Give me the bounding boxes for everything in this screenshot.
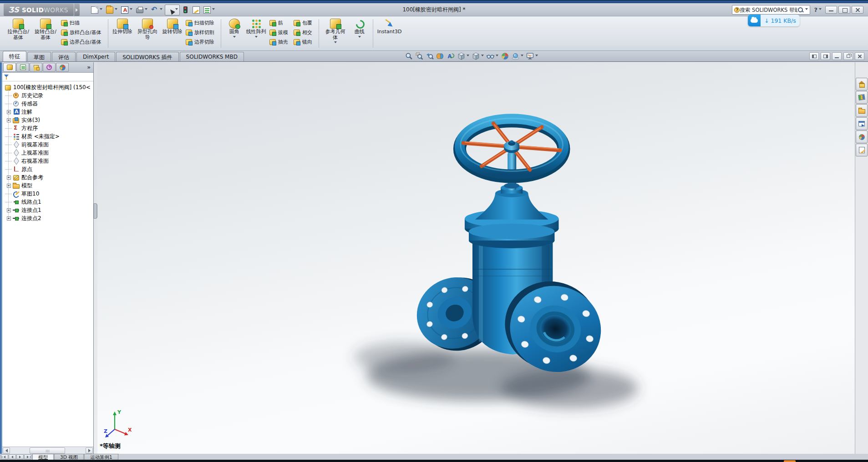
tree-item[interactable]: 右视基准面 — [2, 157, 93, 165]
hole-wizard-button[interactable]: 异型孔向导 — [134, 18, 161, 41]
tree-item[interactable]: 实体(3) — [2, 116, 93, 124]
view-orientation-dropdown-icon[interactable] — [467, 55, 469, 58]
panel-tabs-overflow[interactable]: » — [85, 64, 92, 70]
pane-toggle-right-button[interactable] — [821, 52, 830, 60]
view-orientation-button[interactable] — [457, 52, 470, 60]
scroll-left-arrow[interactable] — [3, 447, 10, 454]
zoom-to-area-button[interactable] — [415, 52, 424, 60]
expand-icon[interactable] — [7, 176, 11, 180]
make-drawing-button[interactable] — [120, 5, 134, 15]
expand-icon[interactable] — [7, 208, 11, 212]
boundary-boss-button[interactable]: 边界凸台/基体 — [60, 37, 104, 47]
scroll-thumb[interactable] — [30, 447, 65, 454]
expand-icon[interactable] — [7, 216, 11, 221]
study-tab-3D 视图[interactable]: 3D 视图 — [54, 454, 84, 460]
search-input[interactable] — [740, 7, 797, 13]
splitter-grip[interactable] — [94, 203, 97, 219]
tree-item[interactable]: 线路点1 — [2, 198, 93, 206]
tree-item[interactable]: 模型 — [2, 181, 93, 190]
curves-dropdown-icon[interactable] — [358, 36, 361, 39]
tab-DimXpert[interactable]: DimXpert — [76, 52, 115, 61]
fillet-button[interactable]: 圆角 — [224, 18, 245, 40]
scroll-track[interactable] — [10, 447, 85, 454]
tree-item[interactable]: 历史记录 — [2, 91, 93, 100]
help-button[interactable]: ? — [813, 6, 822, 13]
new-document-dropdown-icon[interactable] — [100, 8, 102, 11]
download-speed-overlay[interactable]: ↓ 191 KB/s — [748, 15, 800, 26]
tab-草图[interactable]: 草图 — [27, 52, 51, 61]
tab-评估[interactable]: 评估 — [52, 52, 76, 61]
solidworks-resources-button[interactable] — [856, 78, 868, 90]
zoom-to-fit-button[interactable] — [404, 52, 414, 60]
maximize-button[interactable] — [838, 6, 850, 14]
study-tab-模型[interactable]: 模型 — [32, 454, 54, 460]
reference-geometry-button[interactable]: 参考几何体 — [322, 18, 349, 45]
section-view-button[interactable] — [436, 52, 445, 60]
previous-view-button[interactable] — [425, 52, 435, 60]
tree-item[interactable]: 注解 — [2, 108, 93, 116]
open-document-button[interactable] — [105, 5, 119, 15]
search-dropdown-icon[interactable] — [805, 8, 808, 11]
fillet-dropdown-icon[interactable] — [233, 36, 236, 39]
next-tab-button[interactable] — [16, 454, 24, 459]
tree-item[interactable]: 上视基准面 — [2, 149, 93, 157]
panel-tab-dimxpertmanager[interactable] — [43, 63, 56, 72]
undo-button[interactable] — [150, 5, 164, 15]
shell-button[interactable]: 抽壳 — [269, 37, 291, 47]
boundary-cut-button[interactable]: 边界切除 — [185, 37, 217, 47]
tree-item[interactable]: 连接点2 — [2, 214, 93, 222]
tree-item[interactable]: 方程序 — [2, 124, 93, 132]
tab-SOLIDWORKS 插件[interactable]: SOLIDWORKS 插件 — [116, 52, 178, 61]
tree-item[interactable]: 连接点1 — [2, 206, 93, 214]
print-button[interactable] — [135, 5, 149, 15]
make-drawing-dropdown-icon[interactable] — [130, 8, 132, 11]
appearances-scenes-button[interactable] — [856, 131, 868, 143]
undo-dropdown-icon[interactable] — [160, 8, 162, 11]
view-palette-button[interactable] — [856, 117, 868, 130]
file-explorer-button[interactable] — [856, 104, 868, 117]
print-dropdown-icon[interactable] — [145, 8, 147, 11]
graphics-area[interactable]: Y X Z *等轴测 — [97, 62, 855, 454]
rebuild-button[interactable] — [181, 5, 190, 15]
file-properties-button[interactable] — [202, 5, 216, 15]
apply-scene-dropdown-icon[interactable] — [521, 55, 523, 58]
revolved-boss-button[interactable]: 旋转凸台/基体 — [32, 18, 59, 41]
panel-tab-configurationmanager[interactable] — [30, 63, 42, 72]
panel-tab-displaymanager[interactable] — [56, 63, 69, 72]
tree-root-item[interactable]: 100[橡胶密封暗杆闸阀] (150< — [2, 83, 93, 91]
panel-tab-propertymanager[interactable] — [16, 63, 29, 72]
edit-appearance-button[interactable] — [500, 52, 510, 60]
file-properties-dropdown-icon[interactable] — [212, 8, 215, 11]
apply-scene-button[interactable] — [511, 52, 524, 60]
tree-item[interactable]: 传感器 — [2, 100, 93, 108]
restore-document-button[interactable] — [843, 52, 853, 60]
select-tool-dropdown-icon[interactable] — [175, 8, 178, 11]
intersect-button[interactable]: 相交 — [293, 28, 315, 37]
minimize-document-button[interactable] — [832, 52, 842, 60]
linear-pattern-button[interactable]: 线性阵列 — [245, 18, 268, 40]
search-box[interactable]: ? — [732, 5, 810, 15]
extruded-cut-button[interactable]: 拉伸切除 — [111, 18, 134, 36]
design-library-button[interactable] — [856, 91, 868, 104]
tree-item[interactable]: 前视基准面 — [2, 141, 93, 149]
rib-button[interactable]: 筋 — [269, 18, 291, 28]
pane-toggle-left-button[interactable] — [809, 52, 819, 60]
mirror-button[interactable]: 镜向 — [293, 37, 315, 47]
new-document-button[interactable] — [90, 5, 104, 15]
custom-properties-button[interactable] — [856, 144, 868, 156]
expand-icon[interactable] — [7, 110, 11, 114]
view-settings-dropdown-icon[interactable] — [535, 55, 538, 58]
extruded-boss-button[interactable]: 拉伸凸台/基体 — [5, 18, 32, 41]
help-dropdown-icon[interactable] — [819, 8, 822, 11]
last-tab-button[interactable] — [24, 454, 31, 459]
select-tool-button[interactable] — [165, 5, 180, 15]
tree-item[interactable]: 材质 <未指定> — [2, 132, 93, 141]
tree-item[interactable]: 草图10 — [2, 190, 93, 198]
hide-show-items-dropdown-icon[interactable] — [496, 55, 498, 58]
minimize-button[interactable] — [825, 6, 837, 14]
swept-cut-button[interactable]: 扫描切除 — [185, 18, 217, 28]
expand-icon[interactable] — [7, 118, 11, 122]
display-style-button[interactable] — [471, 52, 485, 60]
tab-特征[interactable]: 特征 — [3, 51, 26, 61]
scroll-right-arrow[interactable] — [86, 447, 93, 454]
